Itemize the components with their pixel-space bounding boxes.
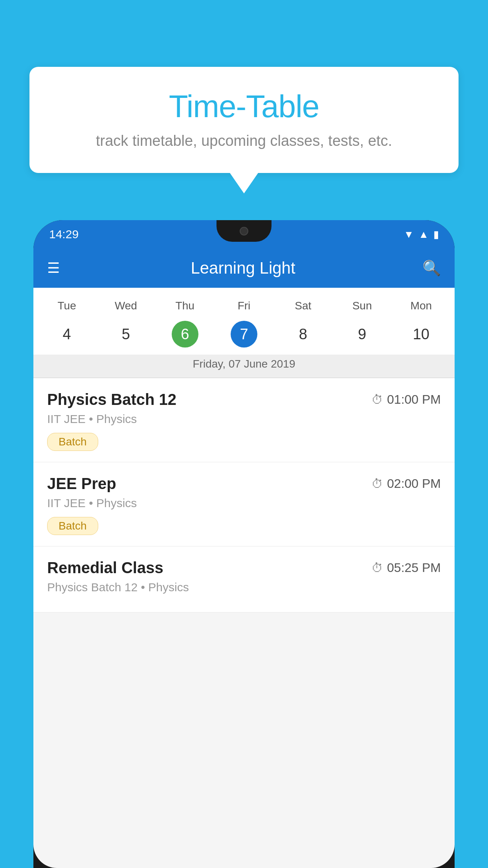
status-icons: ▼ ▲ ▮ (404, 228, 439, 241)
day-8[interactable]: 8 (273, 316, 332, 355)
app-bar: ☰ Learning Light 🔍 (33, 248, 455, 288)
day-5[interactable]: 5 (96, 316, 155, 355)
wifi-icon: ▼ (404, 228, 414, 241)
schedule-item-1-header: Physics Batch 12 ⏱ 01:00 PM (47, 391, 441, 408)
day-header-sat: Sat (273, 296, 332, 316)
schedule-title-2: JEE Prep (47, 475, 116, 493)
schedule-time-value-1: 01:00 PM (387, 392, 441, 407)
clock-icon-3: ⏱ (371, 561, 383, 575)
schedule-time-value-2: 02:00 PM (387, 476, 441, 491)
phone-screen: ☰ Learning Light 🔍 Tue Wed Thu Fri Sat S… (33, 248, 455, 868)
day-10[interactable]: 10 (392, 316, 451, 355)
schedule-time-3: ⏱ 05:25 PM (371, 561, 441, 575)
hamburger-icon[interactable]: ☰ (47, 260, 60, 276)
day-header-tue: Tue (37, 296, 96, 316)
schedule-time-1: ⏱ 01:00 PM (371, 392, 441, 407)
schedule-item-2-header: JEE Prep ⏱ 02:00 PM (47, 475, 441, 493)
phone-notch (216, 220, 272, 242)
clock-icon-2: ⏱ (371, 477, 383, 491)
calendar-strip: Tue Wed Thu Fri Sat Sun Mon 4 5 6 7 8 9 … (33, 288, 455, 377)
speech-bubble-container: Time-Table track timetable, upcoming cla… (29, 67, 459, 173)
status-time: 14:29 (49, 228, 79, 241)
speech-bubble: Time-Table track timetable, upcoming cla… (29, 67, 459, 173)
schedule-subtitle-1: IIT JEE • Physics (47, 412, 441, 426)
schedule-subtitle-2: IIT JEE • Physics (47, 497, 441, 510)
bubble-title: Time-Table (53, 88, 435, 125)
day-header-wed: Wed (96, 296, 155, 316)
app-title: Learning Light (75, 259, 411, 278)
day-header-fri: Fri (215, 296, 273, 316)
phone-frame: 14:29 ▼ ▲ ▮ ☰ Learning Light 🔍 Tue Wed T… (33, 220, 455, 868)
schedule-time-2: ⏱ 02:00 PM (371, 476, 441, 491)
day-numbers: 4 5 6 7 8 9 10 (33, 316, 455, 355)
schedule-item-2[interactable]: JEE Prep ⏱ 02:00 PM IIT JEE • Physics Ba… (33, 462, 455, 546)
schedule-title-1: Physics Batch 12 (47, 391, 176, 408)
day-header-thu: Thu (156, 296, 215, 316)
phone-container: 14:29 ▼ ▲ ▮ ☰ Learning Light 🔍 Tue Wed T… (33, 220, 455, 868)
search-icon[interactable]: 🔍 (422, 259, 441, 277)
schedule-title-3: Remedial Class (47, 559, 163, 577)
bubble-subtitle: track timetable, upcoming classes, tests… (53, 132, 435, 149)
signal-icon: ▲ (418, 228, 429, 241)
battery-icon: ▮ (433, 228, 439, 241)
schedule-item-1[interactable]: Physics Batch 12 ⏱ 01:00 PM IIT JEE • Ph… (33, 378, 455, 462)
clock-icon-1: ⏱ (371, 393, 383, 406)
day-9[interactable]: 9 (332, 316, 391, 355)
batch-badge-2: Batch (47, 517, 98, 535)
schedule-time-value-3: 05:25 PM (387, 561, 441, 575)
day-6-today[interactable]: 6 (156, 316, 215, 355)
front-camera (240, 227, 248, 235)
schedule-item-3[interactable]: Remedial Class ⏱ 05:25 PM Physics Batch … (33, 546, 455, 612)
day-headers: Tue Wed Thu Fri Sat Sun Mon (33, 296, 455, 316)
selected-date-label: Friday, 07 June 2019 (33, 355, 455, 377)
batch-badge-1: Batch (47, 433, 98, 451)
day-7-selected[interactable]: 7 (215, 316, 273, 355)
day-header-mon: Mon (392, 296, 451, 316)
day-4[interactable]: 4 (37, 316, 96, 355)
schedule-item-3-header: Remedial Class ⏱ 05:25 PM (47, 559, 441, 577)
schedule-subtitle-3: Physics Batch 12 • Physics (47, 581, 441, 594)
day-header-sun: Sun (332, 296, 391, 316)
schedule-list: Physics Batch 12 ⏱ 01:00 PM IIT JEE • Ph… (33, 378, 455, 612)
